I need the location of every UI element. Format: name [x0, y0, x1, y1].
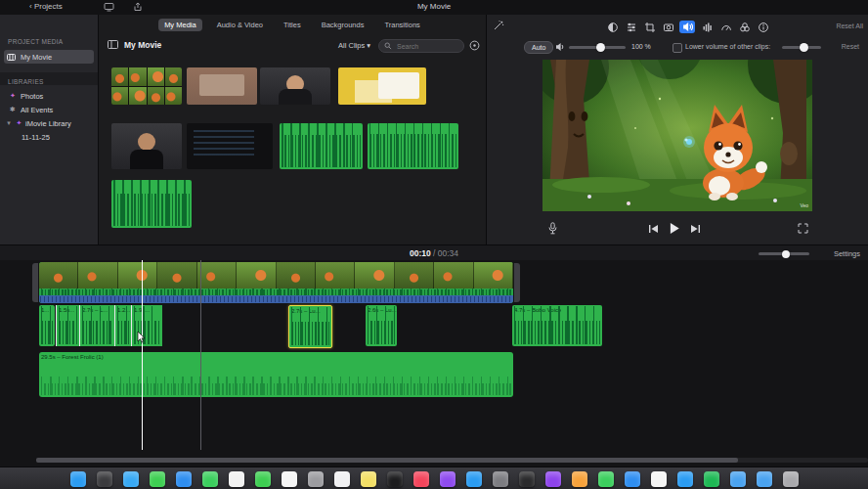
sidebar-item-all-events[interactable]: ✱ All Events — [4, 103, 94, 116]
system-settings-icon[interactable] — [493, 471, 508, 487]
video-preview: Veo — [542, 60, 812, 211]
tab-titles[interactable]: Titles — [278, 19, 307, 31]
timeline-settings-button[interactable]: Settings — [834, 249, 860, 258]
enhance-wand-icon[interactable] — [493, 20, 504, 31]
mail-icon[interactable] — [176, 471, 192, 487]
play-button[interactable] — [669, 222, 680, 235]
safari-icon[interactable] — [123, 471, 139, 487]
tv-icon[interactable] — [387, 471, 403, 487]
audio-clip-1[interactable]: 1... — [39, 305, 55, 346]
playhead[interactable] — [142, 260, 143, 450]
tab-my-media[interactable]: My Media — [158, 19, 202, 31]
watermark: Veo — [800, 202, 808, 208]
horizontal-scrollbar[interactable] — [36, 458, 868, 463]
noise-reduction-icon[interactable] — [700, 21, 716, 33]
volume-slider[interactable] — [569, 46, 626, 49]
folder-apps-icon[interactable] — [730, 471, 746, 487]
trash-icon[interactable] — [783, 471, 799, 487]
volume-slider-knob[interactable] — [596, 43, 605, 52]
facetime-icon[interactable] — [255, 471, 271, 487]
podcasts-icon[interactable] — [440, 471, 456, 487]
scrollbar-handle[interactable] — [36, 458, 738, 463]
info-icon[interactable] — [756, 21, 771, 33]
media-thumbnail-audio-2[interactable] — [368, 123, 458, 169]
auto-volume-button[interactable]: Auto — [524, 41, 553, 54]
media-thumbnail-presenter-2[interactable] — [111, 123, 182, 169]
reset-all-button[interactable]: Reset All — [836, 22, 863, 29]
calendar-icon[interactable] — [282, 471, 297, 487]
sidebar-item-imovie-library[interactable]: ▾ ✦ iMovie Library — [4, 116, 94, 130]
media-thumbnail-terminal[interactable] — [187, 123, 273, 169]
contacts-icon[interactable] — [308, 471, 324, 487]
photos-icon[interactable] — [229, 471, 244, 487]
notes-icon[interactable] — [361, 471, 376, 487]
audio-clip-6-selected[interactable]: 2.7s – Lu... — [288, 305, 332, 348]
clip-appearance-icon[interactable] — [469, 40, 480, 51]
search-input[interactable] — [395, 42, 461, 51]
media-thumbnail-presenter[interactable] — [260, 67, 330, 105]
vscode-icon[interactable] — [677, 471, 693, 487]
spotify-icon[interactable] — [704, 471, 719, 487]
numbers-icon[interactable] — [598, 471, 614, 487]
audio-clip-7[interactable]: 2.6s – Lu... — [366, 305, 397, 346]
audio-clip-2[interactable]: 1.5s... — [56, 305, 79, 346]
transport-controls — [648, 222, 701, 235]
color-correction-icon[interactable] — [624, 21, 639, 33]
timeline-zoom-slider[interactable] — [759, 252, 809, 255]
folder-downloads-icon[interactable] — [757, 471, 772, 487]
app-store-icon[interactable] — [466, 471, 482, 487]
music-clip[interactable]: 29.5s – Forest Frolic (1) — [39, 352, 513, 397]
speed-icon[interactable] — [718, 21, 734, 33]
stabilization-icon[interactable] — [661, 21, 676, 33]
voiceover-mic-icon[interactable] — [547, 222, 558, 235]
imovie-window: ‹ Projects My Movie PROJECT MEDIA My Mov… — [0, 0, 868, 489]
imovie-icon[interactable] — [545, 471, 561, 487]
keynote-icon[interactable] — [625, 471, 640, 487]
ducking-slider-knob[interactable] — [800, 43, 808, 52]
chevron-down-icon[interactable]: ▾ — [5, 119, 13, 127]
sidebar-item-my-movie[interactable]: My Movie — [4, 50, 94, 64]
audio-clip-3[interactable]: 2.7s – L... — [79, 305, 114, 346]
media-thumbnail-fox-grid[interactable] — [111, 67, 182, 105]
trim-handle-right[interactable] — [514, 263, 520, 302]
launchpad-icon[interactable] — [97, 471, 112, 487]
lower-volume-checkbox[interactable] — [673, 43, 682, 53]
reset-button[interactable]: Reset — [842, 43, 859, 50]
media-thumbnail-audio-1[interactable] — [280, 123, 363, 169]
timeline-zoom-knob[interactable] — [782, 250, 790, 258]
current-time: 00:10 — [410, 248, 431, 258]
timeline: 1... 1.5s... 2.7s – L... 1.2... 1.9s... … — [0, 260, 868, 458]
fullscreen-icon[interactable] — [798, 223, 808, 234]
media-thumbnail-audio-3[interactable] — [111, 180, 192, 228]
trim-handle-left[interactable] — [32, 263, 38, 302]
ducking-slider[interactable] — [782, 46, 821, 49]
reminders-icon[interactable] — [334, 471, 350, 487]
media-thumbnail-screenshot[interactable] — [187, 67, 257, 105]
maps-icon[interactable] — [202, 471, 218, 487]
chrome-icon[interactable] — [651, 471, 667, 487]
terminal-icon[interactable] — [519, 471, 535, 487]
volume-tool-icon[interactable] — [679, 21, 695, 33]
sidebar-item-photos[interactable]: ✦ Photos — [4, 89, 94, 103]
panel-toggle-icon[interactable] — [108, 40, 118, 49]
messages-icon[interactable] — [150, 471, 165, 487]
finder-icon[interactable] — [70, 471, 86, 487]
tab-audio-video[interactable]: Audio & Video — [211, 19, 269, 31]
search-field[interactable] — [378, 39, 464, 53]
sidebar-item-event-date[interactable]: 11-11-25 — [22, 130, 94, 144]
music-icon[interactable] — [413, 471, 429, 487]
color-balance-icon[interactable] — [605, 21, 621, 33]
clip-filter-dropdown[interactable]: All Clips ▾ — [338, 41, 370, 50]
next-button[interactable] — [690, 224, 701, 234]
tab-backgrounds[interactable]: Backgrounds — [316, 19, 370, 31]
previous-button[interactable] — [648, 224, 659, 234]
audio-clip-5[interactable]: 1.9s... — [131, 305, 162, 346]
media-thumbnail-slides[interactable] — [338, 67, 426, 105]
pages-icon[interactable] — [572, 471, 587, 487]
crop-icon[interactable] — [642, 21, 658, 33]
audio-clip-bobo-voice[interactable]: 4.7s – Bobo Voice — [512, 305, 602, 346]
effects-icon[interactable] — [737, 21, 753, 33]
video-clip[interactable] — [39, 262, 513, 303]
audio-clip-4[interactable]: 1.2... — [114, 305, 131, 346]
tab-transitions[interactable]: Transitions — [378, 19, 425, 31]
